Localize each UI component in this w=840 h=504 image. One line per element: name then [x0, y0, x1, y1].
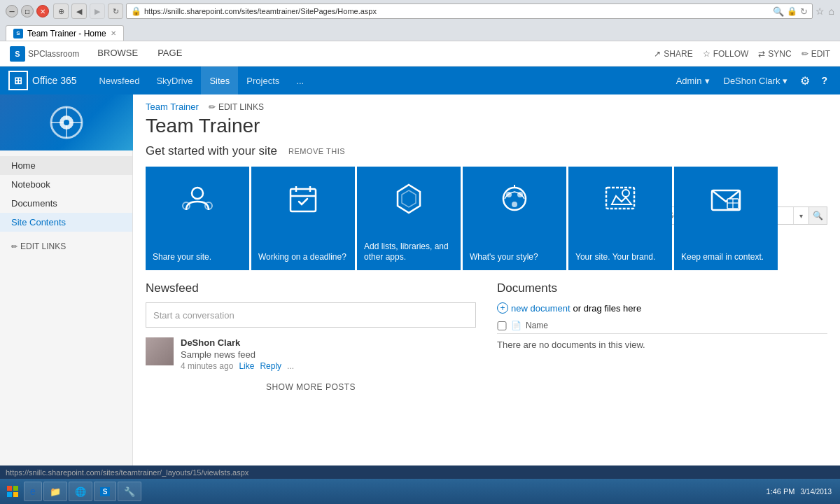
breadcrumb-link[interactable]: Team Trainer [146, 102, 199, 112]
svg-rect-8 [290, 189, 316, 211]
nav-more[interactable]: ... [288, 66, 312, 94]
like-button[interactable]: Like [239, 361, 254, 371]
o365-topnav: ⊞ Office 365 Newsfeed SkyDrive Sites Pro… [0, 66, 840, 94]
sp-main: Home Notebook Documents Site Contents ✏ … [0, 94, 840, 465]
reply-button[interactable]: Reply [260, 361, 281, 371]
refresh-button[interactable]: ↻ [108, 4, 123, 19]
start-button[interactable] [3, 482, 22, 501]
tile-share[interactable]: Share your site. [146, 167, 249, 270]
new-document-link[interactable]: new document [511, 303, 570, 314]
svg-rect-19 [606, 188, 634, 209]
sp-header-area: Team Trainer ✏ EDIT LINKS Team Trainer ▾… [133, 94, 840, 144]
address-bar[interactable]: 🔒 https://snillc.sharepoint.com/sites/te… [126, 4, 813, 19]
explorer-icon: 📁 [50, 486, 61, 497]
taskbar-explorer[interactable]: 📁 [43, 482, 67, 501]
nav-icon[interactable]: ⊕ [53, 4, 69, 19]
sidebar-item-notebook[interactable]: Notebook [0, 175, 132, 194]
sidebar-edit-links[interactable]: ✏ EDIT LINKS [0, 237, 132, 255]
user-chevron-icon: ▾ [783, 76, 788, 86]
page-title: Team Trainer [133, 112, 840, 144]
pencil-small-icon: ✏ [209, 102, 216, 112]
doc-table-header: 📄 Name [497, 321, 827, 334]
get-started-header: Get started with your site REMOVE THIS [146, 144, 827, 158]
o365-logo-text: Office 365 [32, 75, 77, 86]
edit-icon: ✏ [802, 49, 808, 59]
svg-point-4 [64, 120, 69, 125]
sp-content: Team Trainer ✏ EDIT LINKS Team Trainer ▾… [133, 94, 840, 465]
minimize-button[interactable]: ─ [6, 5, 18, 18]
chrome-icon: 🌐 [75, 486, 86, 497]
tile-email[interactable]: Keep email in context. [674, 167, 778, 270]
post-content: DeShon Clark Sample news feed 4 minutes … [181, 337, 476, 371]
post-avatar [146, 337, 174, 365]
sp-sidebar: Home Notebook Documents Site Contents ✏ … [0, 94, 133, 465]
browser-chrome: ─ □ ✕ ⊕ ◀ ▶ ↻ 🔒 https://snillc.sharepoin… [0, 0, 840, 41]
forward-button[interactable]: ▶ [90, 4, 105, 19]
tab-title: Team Trainer - Home [27, 29, 106, 38]
browse-tab[interactable]: BROWSE [88, 41, 148, 66]
taskbar-chrome[interactable]: 🌐 [69, 482, 92, 501]
taskbar-app5[interactable]: 🔧 [118, 482, 141, 501]
o365-logo[interactable]: ⊞ Office 365 [8, 71, 77, 90]
newsfeed-section: Newsfeed Start a conversation DeShon Cla… [146, 281, 476, 392]
share-action[interactable]: ↗ SHARE [654, 49, 692, 59]
tile-apps[interactable]: Add lists, libraries, and other apps. [357, 167, 461, 270]
sidebar-item-home[interactable]: Home [0, 156, 132, 175]
search-dropdown-icon[interactable]: ▾ [793, 207, 808, 224]
taskbar-sp[interactable]: S [94, 482, 117, 501]
newsfeed-title: Newsfeed [146, 281, 476, 295]
follow-icon: ☆ [703, 49, 710, 59]
post-text: Sample news feed [181, 349, 476, 360]
sp-ribbon-tabs: BROWSE PAGE [88, 41, 192, 66]
search-submit-button[interactable]: 🔍 [808, 207, 827, 224]
nav-skydrive[interactable]: SkyDrive [148, 66, 201, 94]
home-icon[interactable]: ⌂ [829, 6, 834, 17]
post-more-button[interactable]: ... [287, 361, 294, 371]
maximize-button[interactable]: □ [21, 5, 34, 18]
taskbar: e 📁 🌐 S 🔧 1:46 PM 3/14/2013 [0, 479, 840, 504]
show-more-posts-button[interactable]: SHOW MORE POSTS [146, 382, 476, 392]
admin-menu[interactable]: Admin ▾ [671, 76, 715, 86]
address-text: https://snillc.sharepoint.com/sites/team… [144, 7, 770, 15]
tiles-container: Share your site. Working on a deadline? [146, 167, 827, 270]
nav-projects[interactable]: Projects [238, 66, 288, 94]
sp-favicon: S [10, 46, 25, 62]
tab-bar: S Team Trainer - Home ✕ [0, 22, 840, 41]
tile-deadline[interactable]: Working on a deadline? [251, 167, 355, 270]
user-menu[interactable]: DeShon Clark ▾ [718, 76, 794, 86]
nav-sites[interactable]: Sites [201, 66, 238, 94]
sp-sidebar-nav: Home Notebook Documents Site Contents ✏ … [0, 150, 132, 261]
close-button[interactable]: ✕ [36, 5, 49, 18]
tile-style[interactable]: What's your style? [463, 167, 566, 270]
back-button[interactable]: ◀ [71, 4, 87, 19]
remove-this-button[interactable]: REMOVE THIS [288, 147, 345, 155]
breadcrumb-edit-links[interactable]: ✏ EDIT LINKS [209, 102, 264, 112]
edit-action[interactable]: ✏ EDIT [802, 49, 830, 59]
svg-marker-12 [398, 185, 420, 213]
lock-icon: 🔒 [787, 6, 797, 16]
taskbar-ie[interactable]: e [24, 482, 42, 501]
favorites-icon[interactable]: ☆ [816, 6, 825, 17]
svg-point-17 [512, 202, 517, 207]
page-tab[interactable]: PAGE [148, 41, 192, 66]
tile-brand[interactable]: Your site. Your brand. [568, 167, 672, 270]
help-icon[interactable]: ? [817, 75, 832, 86]
new-doc-suffix: or drag files here [573, 303, 642, 314]
sidebar-item-site-contents[interactable]: Site Contents [0, 213, 132, 232]
svg-rect-28 [13, 492, 18, 497]
browser-tab[interactable]: S Team Trainer - Home ✕ [6, 25, 124, 41]
svg-rect-27 [7, 492, 12, 497]
documents-section: Documents + new document or drag files h… [497, 281, 827, 392]
sidebar-item-documents[interactable]: Documents [0, 194, 132, 213]
conversation-input[interactable]: Start a conversation [146, 302, 476, 328]
sync-action[interactable]: ⇄ SYNC [758, 49, 791, 59]
tab-close-button[interactable]: ✕ [111, 29, 116, 37]
sharepoint-logo-svg [46, 102, 88, 144]
settings-icon[interactable]: ⚙ [796, 74, 814, 88]
follow-action[interactable]: ☆ FOLLOW [703, 49, 749, 59]
svg-marker-13 [402, 190, 416, 207]
doc-select-all-checkbox[interactable] [497, 321, 507, 330]
refresh-addr-icon: ↻ [800, 6, 808, 17]
nav-newsfeed[interactable]: Newsfeed [91, 66, 148, 94]
app5-icon: 🔧 [124, 486, 135, 497]
